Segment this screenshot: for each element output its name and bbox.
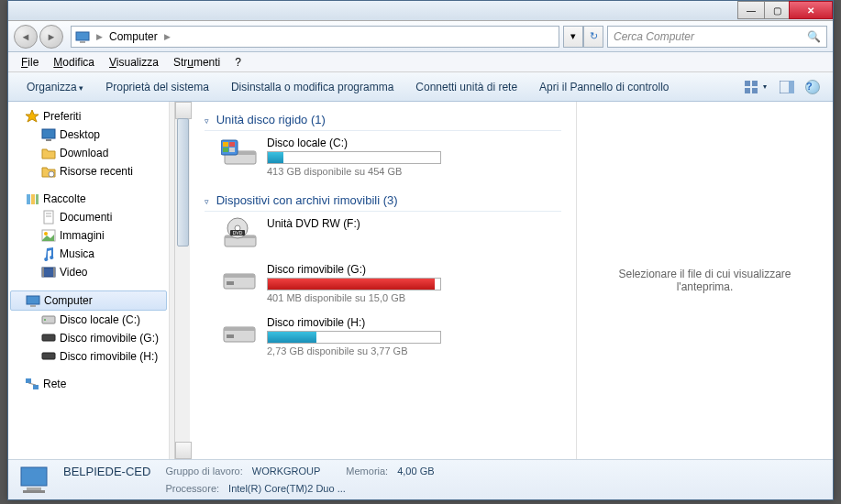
preview-placeholder: Selezionare il file di cui visualizzare …: [595, 268, 814, 293]
hdd-icon: [41, 312, 56, 327]
cmd-proprieta-sistema[interactable]: Proprietà del sistema: [94, 77, 220, 97]
address-right-buttons: ▾ ↻: [563, 26, 603, 48]
breadcrumb-arrow[interactable]: ▶: [161, 32, 173, 41]
sidebar-item-immagini[interactable]: Immagini: [8, 226, 169, 245]
drive-status: 413 GB disponibile su 454 GB: [267, 166, 561, 177]
svg-point-11: [49, 171, 54, 177]
computer-large-icon: [17, 464, 54, 497]
cmd-disinstalla[interactable]: Disinstalla o modifica programma: [220, 77, 404, 97]
drive-item-c[interactable]: Disco locale (C:) 413 GB disponibile su …: [221, 137, 561, 177]
help-button[interactable]: ?: [802, 76, 824, 98]
search-icon: 🔍: [807, 30, 821, 43]
titlebar: — ▢ ✕: [8, 1, 833, 21]
menu-modifica[interactable]: Modifica: [46, 54, 102, 71]
view-mode-button[interactable]: ▾: [739, 76, 772, 98]
menu-file[interactable]: File: [14, 54, 46, 71]
close-button[interactable]: ✕: [789, 1, 833, 19]
forward-button[interactable]: ►: [39, 25, 63, 49]
svg-rect-9: [42, 129, 55, 138]
removable-large-icon: [221, 316, 258, 349]
recent-icon: [41, 164, 56, 179]
drive-fill: [268, 152, 283, 163]
sidebar-item-computer[interactable]: Computer: [10, 290, 167, 311]
sidebar-item-video[interactable]: Video: [8, 263, 169, 281]
svg-rect-12: [27, 194, 30, 204]
address-bar[interactable]: ▶ Computer ▶: [71, 26, 559, 48]
svg-rect-29: [26, 378, 31, 383]
sidebar-group-preferiti: Preferiti Desktop Download Risorse recen…: [8, 107, 169, 181]
svg-rect-49: [224, 327, 255, 331]
drive-item-dvd[interactable]: DVD Unità DVD RW (F:): [221, 217, 561, 250]
sidebar-header-raccolte[interactable]: Raccolte: [8, 190, 169, 208]
drive-capacity-bar: [267, 151, 441, 164]
menu-help[interactable]: ?: [227, 54, 249, 71]
breadcrumb-arrow[interactable]: ▶: [94, 32, 105, 41]
preview-pane-button[interactable]: [776, 76, 798, 98]
video-icon: [41, 265, 56, 279]
svg-rect-5: [752, 88, 758, 93]
sidebar-item-musica[interactable]: Musica: [8, 245, 169, 263]
sidebar-group-rete: Rete: [8, 375, 169, 393]
menu-strumenti[interactable]: Strumenti: [166, 54, 227, 71]
download-folder-icon: [41, 146, 56, 160]
nav-buttons: ◄ ►: [14, 25, 63, 49]
drive-fill: [268, 279, 435, 290]
drive-info: Unità DVD RW (F:): [267, 217, 561, 232]
refresh-button[interactable]: ↻: [583, 26, 603, 48]
svg-rect-36: [229, 142, 235, 147]
sidebar-group-computer: Computer Disco locale (C:) Disco rimovib…: [8, 290, 169, 366]
sidebar-item-disco-c[interactable]: Disco locale (C:): [8, 311, 169, 329]
libraries-icon: [25, 192, 39, 206]
sidebar-item-disco-g[interactable]: Disco rimovibile (G:): [8, 329, 169, 347]
cmd-organizza[interactable]: Organizza: [16, 77, 94, 97]
sidebar-item-documenti[interactable]: Documenti: [8, 208, 169, 226]
svg-rect-14: [36, 194, 39, 204]
window-controls: — ▢ ✕: [738, 1, 833, 20]
group-header-hdd[interactable]: ▿ Unità disco rigido (1): [205, 109, 561, 131]
search-input[interactable]: Cerca Computer 🔍: [607, 26, 827, 48]
drive-name: Disco rimovibile (G:): [267, 263, 561, 276]
drive-capacity-bar: [267, 331, 441, 344]
sidebar-group-raccolte: Raccolte Documenti Immagini Musica Video: [8, 190, 169, 281]
collapse-icon: ▿: [205, 197, 209, 206]
minimize-button[interactable]: —: [737, 1, 765, 19]
drive-name: Disco locale (C:): [267, 137, 561, 149]
drive-item-h[interactable]: Disco rimovibile (H:) 2,73 GB disponibil…: [221, 316, 561, 356]
svg-rect-24: [30, 305, 36, 307]
svg-rect-15: [44, 211, 53, 224]
hdd-large-icon: [221, 137, 258, 170]
pictures-icon: [41, 228, 56, 243]
svg-rect-37: [223, 148, 228, 152]
details-computer-name: BELPIEDE-CED: [63, 465, 150, 478]
menu-visualizza[interactable]: Visualizza: [102, 54, 166, 71]
back-button[interactable]: ◄: [14, 25, 38, 49]
scrollbar-thumb[interactable]: [177, 118, 189, 247]
cmd-pannello-controllo[interactable]: Apri il Pannello di controllo: [528, 77, 680, 97]
maximize-button[interactable]: ▢: [764, 1, 790, 19]
breadcrumb-segment[interactable]: Computer: [105, 30, 161, 43]
drive-info: Disco rimovibile (G:) 401 MB disponibile…: [267, 263, 561, 303]
preview-pane: Selezionare il file di cui visualizzare …: [576, 102, 833, 459]
svg-rect-1: [80, 41, 85, 43]
sidebar-item-disco-h[interactable]: Disco rimovibile (H:): [8, 347, 169, 366]
address-dropdown-button[interactable]: ▾: [563, 26, 583, 48]
cmd-connetti-unita[interactable]: Connetti unità di rete: [404, 77, 528, 97]
svg-rect-51: [21, 467, 47, 486]
drive-item-g[interactable]: Disco rimovibile (G:) 401 MB disponibile…: [221, 263, 561, 303]
details-processor-label: Processore:: [165, 483, 219, 494]
network-icon: [25, 377, 39, 391]
sidebar-scrollbar[interactable]: [174, 102, 190, 459]
drive-name: Unità DVD RW (F:): [267, 217, 561, 230]
svg-rect-28: [42, 353, 55, 359]
group-header-removable[interactable]: ▿ Dispositivi con archivi rimovibili (3): [205, 190, 561, 212]
sidebar-item-rete[interactable]: Rete: [8, 375, 169, 393]
svg-rect-13: [31, 194, 35, 204]
drive-info: Disco rimovibile (H:) 2,73 GB disponibil…: [267, 316, 561, 356]
svg-rect-23: [27, 296, 39, 304]
explorer-window: — ▢ ✕ ◄ ► ▶ Computer ▶ ▾ ↻ Cerca Compute…: [7, 0, 834, 500]
details-pane: BELPIEDE-CED Gruppo di lavoro: WORKGROUP…: [8, 459, 833, 499]
sidebar-item-download[interactable]: Download: [8, 144, 169, 162]
sidebar-item-desktop[interactable]: Desktop: [8, 126, 169, 144]
sidebar-header-preferiti[interactable]: Preferiti: [8, 107, 169, 126]
sidebar-item-risorse-recenti[interactable]: Risorse recenti: [8, 162, 169, 181]
